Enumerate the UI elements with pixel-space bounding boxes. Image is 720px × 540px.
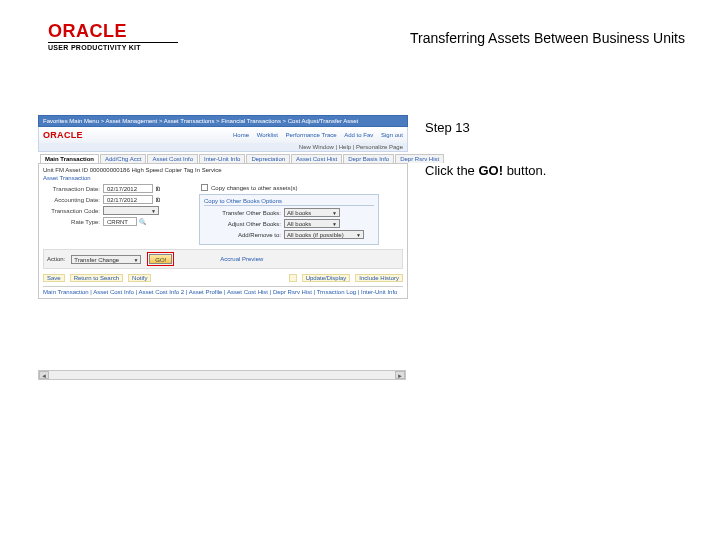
tab-asset-cost-hist[interactable]: Asset Cost Hist [291,154,342,163]
notify-button[interactable]: Notify [128,274,151,282]
add-remove-dropdown[interactable]: All books (if possible)▼ [284,230,364,239]
rate-type-field[interactable]: CRRNT [103,217,137,226]
hdr-link-perf[interactable]: Performance Trace [286,132,337,138]
copybox-header: Copy to Other Books Options [204,198,374,206]
copybox-row1-label: Transfer Other Books: [204,210,284,216]
trans-code-dropdown[interactable]: ▼ [103,206,159,215]
go-button-highlight: GO! [147,252,174,266]
return-to-search-button[interactable]: Return to Search [70,274,123,282]
adjust-other-books-dropdown[interactable]: All books▼ [284,219,340,228]
instruction-lead: Click the [425,163,478,178]
instruction-bold: GO! [478,163,503,178]
save-button[interactable]: Save [43,274,65,282]
tab-depr-rsrv-hist[interactable]: Depr Rsrv Hist [395,154,444,163]
brand-name: ORACLE [48,22,178,40]
copy-to-other-books-group: Copy to Other Books Options Transfer Oth… [199,194,379,245]
scroll-left-icon[interactable]: ◄ [39,371,49,379]
action-bar: Action: Transfer Change▼ GO! Accrual Pre… [43,249,403,269]
tab-add-chg-acct[interactable]: Add/Chg Acct [100,154,146,163]
step-label: Step 13 [425,120,665,135]
calendar-icon[interactable]: 🗓 [155,186,161,192]
tab-inter-unit[interactable]: Inter-Unit Info [199,154,245,163]
app-body: Unit FM Asset ID 000000000186 High Speed… [38,163,408,299]
footer-tab-links: Main Transaction | Asset Cost Info | Ass… [43,286,403,295]
asset-id-row: Unit FM Asset ID 000000000186 High Speed… [43,167,403,173]
instruction-tail: button. [503,163,546,178]
trans-code-label: Transaction Code: [43,208,103,214]
tab-main-transaction[interactable]: Main Transaction [40,154,99,163]
calendar-icon[interactable]: 🗓 [155,197,161,203]
breadcrumb: Favorites Main Menu > Asset Management >… [43,118,358,124]
step-body: Click the GO! button. [425,163,665,178]
hdr-link-worklist[interactable]: Worklist [257,132,278,138]
rate-type-label: Rate Type: [43,219,103,225]
app-header-links: Home Worklist Performance Trace Add to F… [227,132,403,138]
action-label: Action: [47,256,65,262]
include-history-button[interactable]: Include History [355,274,403,282]
accrual-preview-link[interactable]: Accrual Preview [220,256,263,262]
trans-date-label: Transaction Date: [43,186,103,192]
horizontal-scrollbar[interactable]: ◄ ► [38,370,406,380]
trans-date-field[interactable]: 02/17/2012 [103,184,153,193]
hdr-link-fav[interactable]: Add to Fav [344,132,373,138]
tab-depreciation[interactable]: Depreciation [246,154,290,163]
app-header: ORACLE Home Worklist Performance Trace A… [38,127,408,143]
copy-changes-checkbox[interactable] [201,184,208,191]
brand-logo: ORACLE USER PRODUCTIVITY KIT [48,22,178,51]
scroll-right-icon[interactable]: ► [395,371,405,379]
copybox-row2-label: Adjust Other Books: [204,221,284,227]
acctg-date-field[interactable]: 02/17/2012 [103,195,153,204]
transfer-other-books-dropdown[interactable]: All books▼ [284,208,340,217]
app-screenshot: Favorites Main Menu > Asset Management >… [38,115,408,299]
bottom-button-row: Save Return to Search Notify Update/Disp… [43,272,403,284]
go-button[interactable]: GO! [149,254,172,264]
action-dropdown[interactable]: Transfer Change▼ [71,255,141,264]
app-brand: ORACLE [43,130,83,140]
app-breadcrumb-bar: Favorites Main Menu > Asset Management >… [38,115,408,127]
copy-changes-label: Copy changes to other assets(s) [211,185,297,191]
app-subheader: New Window | Help | Personalize Page [38,143,408,152]
brand-sub: USER PRODUCTIVITY KIT [48,44,178,51]
lookup-icon[interactable]: 🔍 [139,218,146,225]
tab-strip: Main Transaction Add/Chg Acct Asset Cost… [38,152,408,163]
copybox-row3-label: Add/Remove to: [204,232,284,238]
instruction-panel: Step 13 Click the GO! button. [425,120,665,178]
tab-asset-cost-info[interactable]: Asset Cost Info [147,154,198,163]
section-header: Asset Transaction [43,175,403,181]
page-title: Transferring Assets Between Business Uni… [410,30,685,46]
tab-depr-basis[interactable]: Depr Basis Info [343,154,394,163]
brand-divider [48,42,178,43]
update-display-button[interactable]: Update/Display [302,274,351,282]
hdr-link-signout[interactable]: Sign out [381,132,403,138]
hdr-link-home[interactable]: Home [233,132,249,138]
acctg-date-label: Accounting Date: [43,197,103,203]
